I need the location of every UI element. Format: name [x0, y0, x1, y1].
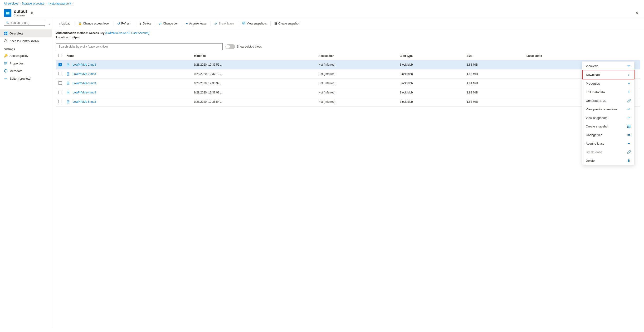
row-checkbox[interactable] — [58, 72, 62, 76]
toolbar-sep-1 — [74, 21, 74, 26]
close-button[interactable]: ✕ — [633, 10, 640, 16]
row-blob-type: Block blob — [397, 70, 464, 79]
toggle-knob — [226, 45, 230, 48]
context-menu-item-view-snapshots[interactable]: View snapshots ↩ — [582, 114, 634, 122]
row-checkbox[interactable] — [58, 81, 62, 85]
menu-item-label-view-previous-versions: View previous versions — [586, 108, 617, 111]
row-blob-type: Block blob — [397, 79, 464, 88]
sidebar-item-metadata[interactable]: i Metadata — [0, 67, 52, 75]
row-checkbox[interactable]: ✓ — [58, 63, 62, 66]
context-menu-item-create-snapshot[interactable]: Create snapshot 🖼 — [582, 122, 634, 130]
row-size: 1.83 MiB — [464, 70, 524, 79]
sidebar-item-editor-label: Editor (preview) — [10, 77, 31, 80]
upload-icon: ↑ — [58, 22, 60, 26]
collapse-sidebar-button[interactable]: « — [48, 22, 50, 26]
blob-table: Name Modified Access tier Blob type Size… — [56, 52, 640, 106]
sidebar-item-properties[interactable]: Properties — [0, 60, 52, 67]
show-deleted-toggle[interactable] — [226, 44, 235, 49]
table-row: LowPriVMs-4.mp3 9/28/2020, 12:37:07 ... … — [56, 88, 640, 97]
context-menu-item-generate-sas[interactable]: Generate SAS 🔗 — [582, 96, 634, 105]
context-menu-item-delete[interactable]: Delete 🗑 — [582, 156, 634, 165]
file-icon — [66, 82, 72, 85]
break-lease-button[interactable]: 🔗 Break lease — [212, 20, 236, 27]
header-more-button[interactable]: ⧉ — [30, 10, 35, 16]
table-row: LowPriVMs-2.mp3 9/28/2020, 12:37:12 ... … — [56, 70, 640, 79]
row-size: 1.83 MiB — [464, 97, 524, 106]
sidebar-item-iam[interactable]: Access Control (IAM) — [0, 37, 52, 45]
col-blob-type[interactable]: Blob type — [397, 52, 464, 60]
toolbar-sep-7 — [238, 21, 238, 26]
refresh-button[interactable]: ↺ Refresh — [115, 20, 134, 27]
sidebar-item-policy-label: Access policy — [10, 54, 28, 58]
create-snapshot-button[interactable]: 🖼 Create snapshot — [272, 20, 302, 27]
break-lease-label: Break lease — [219, 22, 234, 25]
sidebar-item-editor[interactable]: ✏ Editor (preview) — [0, 75, 52, 82]
break-lease-icon: 🔗 — [214, 22, 218, 25]
search-icon: 🔍 — [6, 22, 9, 24]
sidebar-item-overview-label: Overview — [10, 32, 23, 35]
row-name: LowPriVMs-5.mp3 — [64, 97, 192, 106]
sidebar-search-box[interactable]: 🔍 — [4, 20, 45, 26]
upload-button[interactable]: ↑ Upload — [56, 20, 73, 27]
auth-switch-link[interactable]: (Switch to Azure AD User Account) — [105, 32, 149, 35]
context-menu-item-view-edit[interactable]: View/edit ✏ — [582, 62, 634, 70]
delete-button[interactable]: 🗑 Delete — [137, 20, 154, 27]
breadcrumb-mystorageaccount[interactable]: mystorageaccount — [48, 2, 71, 5]
sidebar-item-access-policy[interactable]: 🔑 Access policy — [0, 52, 52, 60]
svg-rect-2 — [6, 12, 9, 14]
sidebar-item-iam-label: Access Control (IAM) — [10, 39, 39, 43]
context-menu-item-view-previous-versions[interactable]: View previous versions ↩ — [582, 105, 634, 114]
menu-item-icon-view-snapshots: ↩ — [627, 116, 631, 120]
table-header: Name Modified Access tier Blob type Size… — [56, 52, 640, 60]
row-checkbox[interactable] — [58, 100, 62, 103]
row-name-link[interactable]: LowPriVMs-4.mp3 — [72, 91, 96, 94]
context-menu-item-acquire-lease[interactable]: Acquire lease ✒ — [582, 139, 634, 148]
menu-item-label-edit-metadata: Edit metadata — [586, 90, 605, 94]
overview-icon — [4, 32, 8, 35]
view-snapshots-button[interactable]: View snapshots — [240, 20, 269, 27]
page-subtitle: Container — [14, 14, 27, 17]
col-size[interactable]: Size — [464, 52, 524, 60]
row-access-tier: Hot (Inferred) — [316, 88, 397, 97]
properties-icon — [4, 61, 8, 65]
col-modified[interactable]: Modified — [192, 52, 316, 60]
breadcrumb-all-services[interactable]: All services — [4, 2, 18, 5]
row-name-link[interactable]: LowPriVMs-5.mp3 — [72, 100, 96, 104]
row-name-link[interactable]: LowPriVMs-3.mp3 — [72, 82, 96, 85]
acquire-lease-button[interactable]: ✒ Acquire lease — [183, 20, 209, 27]
main-layout: 🔍 « Overview Access Control (IAM) Settin… — [0, 18, 644, 329]
context-menu-item-break-lease: Break lease 🔗 — [582, 148, 634, 156]
sidebar-search-input[interactable] — [11, 21, 43, 24]
change-tier-label: Change tier — [163, 22, 178, 25]
page-header: output Container ⧉ ✕ — [0, 7, 644, 18]
row-checkbox-cell — [56, 70, 64, 79]
location-label: Location: — [56, 36, 69, 39]
breadcrumb-storage-accounts[interactable]: Storage accounts — [22, 2, 44, 5]
header-left: output Container ⧉ — [4, 9, 35, 17]
row-name-link[interactable]: LowPriVMs-2.mp3 — [72, 72, 96, 76]
context-menu-item-properties[interactable]: Properties ≡ — [582, 79, 634, 88]
auth-value: Access key — [89, 32, 104, 35]
col-actions — [600, 52, 640, 60]
header-title-block: output Container — [14, 9, 27, 17]
delete-icon: 🗑 — [139, 22, 142, 25]
breadcrumb: All services › Storage accounts › mystor… — [0, 0, 644, 7]
col-lease-state[interactable]: Lease state — [524, 52, 600, 60]
select-all-checkbox[interactable] — [58, 54, 62, 57]
col-name[interactable]: Name — [64, 52, 192, 60]
context-menu-item-download[interactable]: Download ↓ — [582, 70, 634, 80]
blob-search-input[interactable] — [56, 43, 222, 50]
menu-item-label-create-snapshot: Create snapshot — [586, 124, 608, 128]
sidebar-item-overview[interactable]: Overview — [0, 30, 52, 37]
row-checkbox[interactable] — [58, 90, 62, 94]
context-menu-item-change-tier[interactable]: Change tier ⇄ — [582, 130, 634, 139]
table-row: LowPriVMs-5.mp3 9/28/2020, 12:36:54 ... … — [56, 97, 640, 106]
row-name-link[interactable]: LowPriVMs-1.mp3 — [72, 63, 96, 66]
row-modified: 9/28/2020, 12:36:54 ... — [192, 97, 316, 106]
create-snapshot-icon: 🖼 — [274, 22, 277, 25]
change-tier-button[interactable]: ⇄ Change tier — [156, 20, 180, 27]
context-menu-item-edit-metadata[interactable]: Edit metadata ℹ — [582, 88, 634, 96]
toolbar-sep-3 — [135, 21, 135, 26]
change-access-button[interactable]: 🔒 Change access level — [76, 20, 112, 27]
col-access-tier[interactable]: Access tier — [316, 52, 397, 60]
